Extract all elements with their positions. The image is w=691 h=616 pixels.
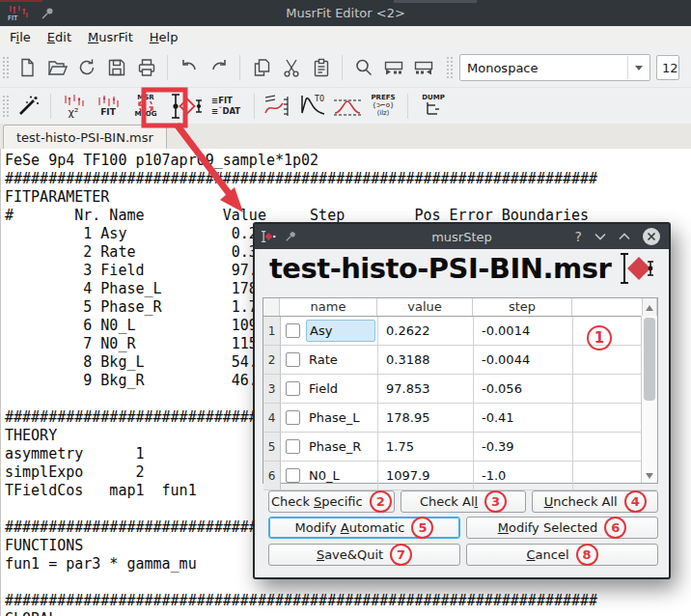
font-size-spinbox[interactable]: 12 [656,55,679,80]
param-name[interactable]: Field [306,378,375,400]
param-name[interactable]: Asy [306,320,375,342]
menu-musrfit[interactable]: MusrFit [88,30,133,44]
cut-button[interactable] [276,53,306,82]
value-cell[interactable]: 1.75 [378,433,474,461]
undo-icon [179,57,200,78]
step-cell[interactable]: -0.056 [474,375,573,403]
msr-wizard-button[interactable] [12,92,44,121]
uncheck-all-button[interactable]: Uncheck All4 [532,490,658,513]
save-quit-button[interactable]: Save&Quit7 [268,544,460,566]
musrfit-button[interactable]: FIT [90,90,126,123]
calc-chisq-button[interactable]: χ² [57,90,90,123]
value-cell[interactable]: 0.2622 [378,317,474,345]
table-scrollbar[interactable] [641,316,657,483]
value-cell[interactable]: 97.853 [378,375,474,403]
dialog-titlebar[interactable]: musrStep ? [255,224,669,249]
scrollbar-up-button[interactable] [642,298,657,316]
table-row: 5Phase_R1.75-0.39 [263,433,657,462]
menu-help[interactable]: Help [150,30,179,44]
name-cell[interactable]: N0_L [281,462,378,490]
name-cell[interactable]: Field [281,375,378,403]
musrstep-dialog[interactable]: musrStep ? test-histo-PSI-BIN.msr [253,222,671,579]
step-cell[interactable]: -1.0 [474,462,573,490]
column-header-value[interactable]: value [377,298,473,316]
find-previous-button[interactable] [408,53,438,82]
musr-step-toolbar-icon[interactable] [165,90,207,123]
step-cell[interactable]: -0.41 [474,404,573,432]
find-next-button[interactable] [378,53,408,82]
redo-button[interactable] [204,53,234,82]
modify-automatic-button[interactable]: Modify Automatic5 [268,517,460,539]
window-titlebar[interactable]: FIT MusrFit Editor <2> [0,0,691,26]
reload-button[interactable] [71,53,101,82]
value-cell[interactable]: 1097.9 [378,462,474,490]
print-button[interactable] [131,53,161,82]
check-all-button[interactable]: Check All3 [401,490,527,513]
annotation-badge-6: 6 [604,517,626,539]
find-previous-icon [412,57,435,78]
row-checkbox[interactable] [286,352,300,367]
step-cell[interactable]: -0.39 [474,433,573,461]
toolbar-drag-handle[interactable] [2,95,9,118]
param-name[interactable]: Phase_R [306,435,375,458]
name-cell[interactable]: Phase_R [281,433,378,461]
modify-selected-button[interactable]: Modify Selected6 [466,517,658,539]
open-file-button[interactable] [41,53,71,82]
toolbar-separator [254,94,255,119]
toolbar-drag-handle[interactable] [2,56,9,79]
row-checkbox[interactable] [286,410,300,425]
copy-button[interactable] [246,53,276,82]
red-spikes-icon [61,95,86,107]
name-cell[interactable]: Rate [281,346,378,374]
save-button[interactable] [101,53,131,82]
maximize-button[interactable] [619,233,630,240]
font-family-combobox[interactable]: Monospace [459,54,650,81]
param-name[interactable]: N0_L [306,464,375,487]
musrt0-button[interactable]: T0 [295,92,330,121]
row-checkbox[interactable] [286,439,300,454]
find-button[interactable] [348,53,378,82]
musrfit-with-data-button[interactable]: ≡FIT ≡ˇDAT [207,90,248,123]
tab-msr-file[interactable]: test-histo-PSI-BIN.msr [3,125,167,149]
paste-button[interactable] [306,53,336,82]
param-name[interactable]: Phase_L [306,406,375,429]
musrft-button[interactable] [330,92,365,121]
combobox-arrow[interactable] [627,56,650,79]
undo-button[interactable] [174,53,204,82]
param-name[interactable]: Rate [306,349,375,371]
button-label: Uncheck All [544,494,618,509]
font-size-value: 12 [662,61,678,75]
shade-button[interactable] [594,233,606,240]
row-checkbox[interactable] [286,468,300,483]
scroll-down-icon[interactable] [646,473,653,479]
column-header-name[interactable]: name [280,298,377,316]
swap-msr-mlog-button[interactable]: MSR MLOG [126,90,165,123]
column-header-step[interactable]: step [473,298,572,316]
menubar[interactable]: FileEditMusrFitHelp [0,26,691,48]
cancel-button[interactable]: Cancel8 [466,544,658,566]
dump-button[interactable]: DUMP [414,90,453,123]
msr2data-button[interactable]: PREFS {ɔ⌐o} ⟨ilz⟩ [365,90,401,123]
prefs-glyph-2: ⟨ilz⟩ [376,110,389,117]
mlog-label: MLOG [135,111,157,118]
row-checkbox[interactable] [286,323,300,338]
musrview-button[interactable] [261,92,295,121]
scrollbar-thumb[interactable] [644,318,655,401]
close-button[interactable] [643,228,660,245]
check-specific-button[interactable]: Check Specific2 [268,490,395,513]
fit-dat-bottom-label: ≡ˇDAT [211,107,240,116]
menu-file[interactable]: File [10,30,31,44]
step-cell[interactable]: -0.0044 [474,346,573,374]
name-cell[interactable]: Phase_L [281,404,378,432]
background-window-sliver-2 [394,0,477,3]
name-cell[interactable]: Asy [281,317,378,345]
step-cell[interactable]: -0.0014 [474,317,573,345]
value-cell[interactable]: 178.95 [378,404,474,432]
new-file-button[interactable] [12,53,41,82]
value-cell[interactable]: 0.3188 [378,346,474,374]
button-label: Save&Quit [317,547,383,562]
row-checkbox[interactable] [286,381,300,396]
menu-edit[interactable]: Edit [47,30,71,44]
help-button[interactable]: ? [575,229,582,244]
toolbar-drag-handle[interactable] [446,56,453,79]
